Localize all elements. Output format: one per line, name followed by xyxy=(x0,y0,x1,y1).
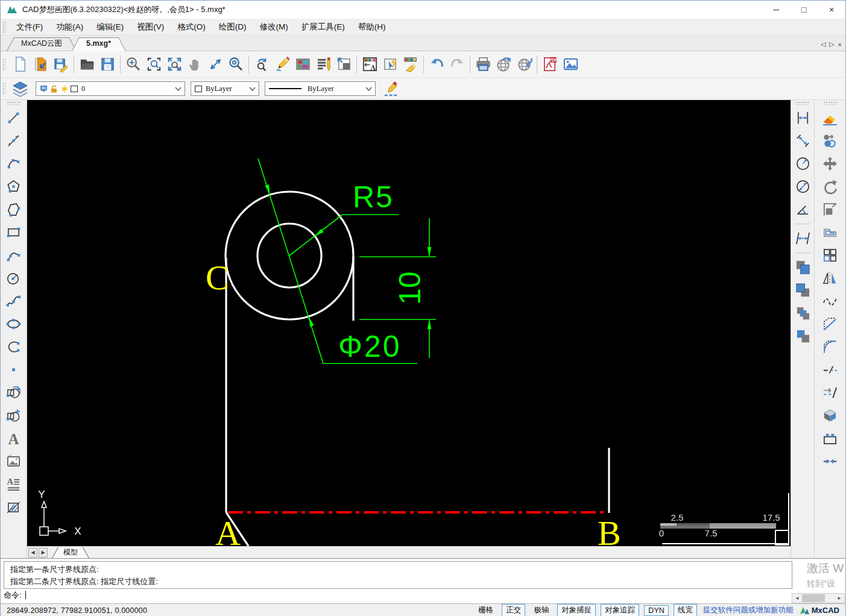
document-tab-0[interactable]: MxCAD云图 xyxy=(9,37,74,51)
mtext-button[interactable]: A xyxy=(4,474,24,494)
maximize-button[interactable]: □ xyxy=(790,1,818,19)
ellipse-button[interactable] xyxy=(4,314,24,333)
document-tab-1[interactable]: 5.mxg* xyxy=(74,37,123,51)
menu-help[interactable]: 帮助(H) xyxy=(352,19,393,35)
dim-linear-button[interactable] xyxy=(793,108,812,127)
command-scrollbar[interactable]: ◄ ► xyxy=(792,593,845,603)
edit-spline-button[interactable] xyxy=(821,291,840,310)
send-below-button[interactable] xyxy=(793,326,812,345)
linetype-edit-button[interactable] xyxy=(380,78,401,99)
draw-edit-button[interactable] xyxy=(272,54,292,75)
zoom-scale-button[interactable] xyxy=(123,54,144,75)
dim-continue-button[interactable] xyxy=(793,228,812,248)
chamfer-button[interactable] xyxy=(821,314,840,333)
zoom-previous-button[interactable] xyxy=(251,54,272,75)
polyline-button[interactable] xyxy=(4,200,24,219)
scroll-thumb[interactable] xyxy=(802,594,825,602)
close-button[interactable]: × xyxy=(818,1,845,19)
spline-button[interactable] xyxy=(4,291,24,310)
layout-next-icon[interactable]: ▶ xyxy=(39,548,48,558)
status-toggle-lineweight[interactable]: 线宽 xyxy=(674,604,697,616)
join-button[interactable] xyxy=(821,451,840,471)
line-button[interactable] xyxy=(4,108,24,127)
insert-block-button[interactable] xyxy=(4,383,24,402)
zoom-extents-button[interactable] xyxy=(164,54,185,75)
status-toggle-dyn[interactable]: DYN xyxy=(644,605,668,616)
web-publish-button[interactable] xyxy=(493,54,514,75)
status-toggle-grid[interactable]: 栅格 xyxy=(475,605,497,616)
pan-button[interactable] xyxy=(185,54,205,75)
dim-radius-button[interactable] xyxy=(793,154,812,173)
menu-extended-tools[interactable]: 扩展工具(E) xyxy=(295,19,352,35)
quick-select-button[interactable] xyxy=(380,54,400,75)
status-toggle-otrack[interactable]: 对象追踪 xyxy=(601,604,639,616)
color-combobox[interactable]: ByLayer xyxy=(191,81,259,96)
dim-angular-button[interactable] xyxy=(793,200,812,219)
status-toggle-polar[interactable]: 极轴 xyxy=(530,605,552,616)
diameter-dim-text[interactable]: Φ20 xyxy=(338,330,402,363)
save-drawing-button[interactable] xyxy=(51,54,71,75)
page-setup-button[interactable] xyxy=(333,54,354,75)
bring-front-button[interactable] xyxy=(793,257,812,277)
scale-button[interactable] xyxy=(821,200,840,219)
create-block-button[interactable] xyxy=(4,406,24,425)
export-pdf-button[interactable]: PDF xyxy=(540,54,560,75)
scroll-left-icon[interactable]: ◄ xyxy=(792,596,802,601)
radius-dim-text[interactable]: R5 xyxy=(353,180,394,214)
zoom-window-button[interactable] xyxy=(144,54,164,75)
break-button[interactable] xyxy=(821,360,840,379)
offset-button[interactable] xyxy=(821,222,840,242)
web-open-button[interactable] xyxy=(514,54,534,75)
command-history[interactable]: 指定第一条尺寸界线原点: 指定第二条尺寸界线原点: 指定尺寸线位置: xyxy=(4,561,792,589)
circle-button[interactable] xyxy=(4,268,24,288)
print-button[interactable] xyxy=(473,54,493,75)
menu-edit[interactable]: 编辑(E) xyxy=(90,19,130,35)
erase-button[interactable] xyxy=(821,108,840,127)
mirror-button[interactable] xyxy=(821,268,840,288)
status-toggle-ortho[interactable]: 正交 xyxy=(502,604,525,616)
open-drawing-button[interactable] xyxy=(30,54,51,75)
polygon-button[interactable] xyxy=(4,177,24,196)
polyline-arc-button[interactable] xyxy=(4,245,24,265)
send-back-button[interactable] xyxy=(793,280,812,300)
redo-button[interactable] xyxy=(447,54,467,75)
box-3d-button[interactable] xyxy=(821,406,840,425)
move-button[interactable] xyxy=(821,154,840,173)
rectangle-button[interactable] xyxy=(4,222,24,242)
command-prompt[interactable]: 命令: xyxy=(4,590,26,601)
label-c[interactable]: C xyxy=(206,258,229,297)
color-palette-button[interactable] xyxy=(292,54,313,75)
tab-close-icon[interactable]: × xyxy=(838,41,845,51)
menu-view[interactable]: 视图(V) xyxy=(130,19,171,35)
menu-format[interactable]: 格式(O) xyxy=(171,19,212,35)
zoom-dynamic-button[interactable] xyxy=(205,54,226,75)
construction-line-button[interactable] xyxy=(4,131,24,150)
vertical-dim-text[interactable]: 10 xyxy=(393,271,427,305)
layout-prev-icon[interactable]: ◀ xyxy=(28,548,37,558)
minimize-button[interactable]: ─ xyxy=(762,1,790,19)
bring-above-button[interactable] xyxy=(793,303,812,322)
label-b[interactable]: B xyxy=(598,514,621,546)
menu-function[interactable]: 功能(A) xyxy=(49,19,90,35)
array-button[interactable] xyxy=(821,245,840,265)
scroll-right-icon[interactable]: ► xyxy=(835,596,844,601)
tab-scroll-left-icon[interactable]: ◁ xyxy=(821,40,829,51)
dim-aligned-button[interactable] xyxy=(793,131,812,150)
drawing-canvas[interactable]: Φ20 R5 10 C A B xyxy=(27,100,791,546)
text-style-button[interactable]: A xyxy=(359,54,380,75)
feedback-link[interactable]: 提交软件问题或增加新功能 xyxy=(703,605,794,615)
tab-model[interactable]: 模型 xyxy=(54,547,87,558)
match-properties-button[interactable] xyxy=(400,54,421,75)
zoom-center-button[interactable] xyxy=(226,54,246,75)
new-file-button[interactable] xyxy=(10,54,30,75)
stretch-button[interactable] xyxy=(821,429,840,448)
text-edit-button[interactable] xyxy=(313,54,333,75)
insert-image-button[interactable] xyxy=(4,451,24,471)
hatch-button[interactable] xyxy=(4,497,24,517)
save-as-button[interactable] xyxy=(97,54,118,75)
trim-button[interactable] xyxy=(821,383,840,402)
open-folder-button[interactable] xyxy=(77,54,97,75)
copy-button[interactable] xyxy=(821,131,840,150)
rev-arc-button[interactable] xyxy=(4,337,24,356)
point-button[interactable] xyxy=(4,360,24,379)
